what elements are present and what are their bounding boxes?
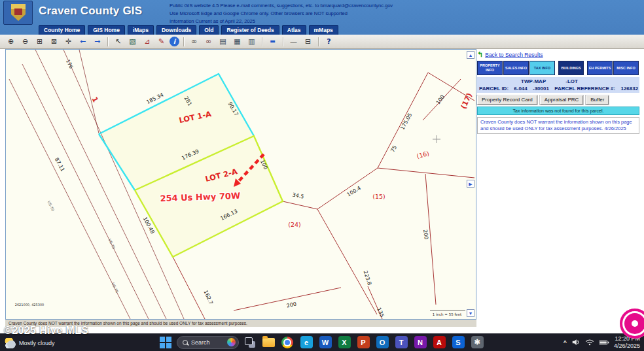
parcel-summary: TWP-MAP -LOT PARCEL ID: 6-044 -30001 PAR… (477, 77, 639, 93)
lot-label: -LOT (565, 78, 578, 84)
taskbar-app-adobe-acrobat[interactable]: A (432, 335, 446, 350)
task-view-button[interactable] (244, 337, 256, 348)
map-pan-right-button[interactable]: ▶ (467, 180, 474, 188)
file-explorer-icon (262, 338, 275, 347)
grid-tool-icon[interactable]: ▦ (231, 36, 243, 47)
taskbar-search[interactable]: Search (177, 336, 239, 349)
weather-label: Mostly cloudy (19, 340, 55, 346)
map-label: US-70 (107, 238, 116, 250)
search-label: Search (191, 339, 224, 346)
zoom-window-tool-icon[interactable]: ⊞ (33, 36, 46, 47)
taskbar-dock: Search eWXPOTNAS✻ (160, 335, 484, 350)
measure-tool-icon[interactable]: ⊿ (141, 36, 153, 47)
taskbar-app-microsoft-store[interactable]: S (451, 335, 465, 350)
map-viewport[interactable]: 185.3428190.17LOT 1-A176.39LOT 2-A100254… (5, 49, 476, 320)
taskbar-apps: eWXPOTNAS✻ (261, 335, 484, 350)
property-record-card-button[interactable]: Property Record Card (477, 95, 537, 105)
appraisal-prc-button[interactable]: Appraisal PRC (540, 95, 583, 105)
map-label: 176 (65, 58, 74, 69)
pan-tool-icon[interactable]: ✛ (62, 36, 75, 47)
parcel-line (173, 257, 205, 319)
search-icon (183, 340, 188, 345)
windows-logo-icon (166, 343, 171, 348)
parcel-line (283, 201, 317, 209)
adobe-acrobat-icon: A (433, 336, 446, 348)
find-tool-icon[interactable]: ∞ (188, 36, 200, 47)
taskbar: Mostly cloudy Search eWXPOTNAS✻ ^ 12:20 … (0, 333, 644, 351)
map-label: 200 (286, 301, 297, 309)
measure-line-tool-icon[interactable]: — (287, 36, 300, 47)
find-address-tool-icon[interactable]: ∞ (202, 36, 215, 47)
forward-tool-icon[interactable]: → (91, 36, 103, 47)
parcel-lot-value: -30001 (533, 86, 549, 92)
parcel-id-label: PARCEL ID: (479, 86, 509, 92)
toolbar: ⊕⊖⊞⊠✛←→↖▧⊿✎i∞∞▤▦▥≡—⊟? (0, 35, 644, 49)
buffer-button[interactable]: Buffer (586, 95, 609, 105)
parcel-line (378, 168, 474, 178)
map-label: 100.4 (346, 185, 362, 197)
map-label: (16) (416, 150, 430, 160)
zoom-out-tool-icon[interactable]: ⊖ (19, 36, 31, 47)
twp-map-label: TWP-MAP (521, 78, 546, 84)
volume-icon[interactable] (571, 339, 581, 346)
teams-icon: T (395, 336, 408, 348)
identify-tool-icon[interactable]: i (170, 37, 179, 46)
toolbar-separator (107, 37, 108, 46)
attribute-table-tool-icon[interactable]: ▤ (217, 36, 229, 47)
select-area-tool-icon[interactable]: ▧ (126, 36, 139, 47)
taskbar-app-onenote[interactable]: N (413, 335, 427, 350)
network-icon[interactable] (585, 339, 594, 346)
print-tool-icon[interactable]: ⊟ (302, 36, 314, 47)
taskbar-app-settings[interactable]: ✻ (470, 335, 484, 350)
zoom-in-tool-icon[interactable]: ⊕ (5, 36, 17, 47)
tab-property-info[interactable]: PROPERTY INFO (477, 61, 503, 75)
taskbar-app-excel[interactable]: X (337, 335, 351, 350)
taskbar-weather-widget[interactable]: Mostly cloudy (5, 338, 55, 348)
taskbar-app-powerpoint[interactable]: P (356, 335, 370, 350)
grid-cross-icon (433, 135, 440, 143)
taskbar-app-chrome[interactable] (280, 335, 295, 350)
taskbar-app-teams[interactable]: T (394, 335, 408, 350)
hidden-icons-icon[interactable]: ^ (564, 339, 567, 346)
zoom-full-extent-tool-icon[interactable]: ⊠ (48, 36, 60, 47)
start-button[interactable] (160, 337, 171, 348)
map-pan-down-button[interactable]: ▼ (467, 309, 474, 317)
tab-misc-info[interactable]: MISC INFO (613, 61, 639, 75)
map-pan-up-button[interactable]: ▲ (467, 51, 474, 59)
map-label: 162.7 (203, 290, 215, 306)
map-label: 75 (389, 144, 398, 153)
tab-buildings[interactable]: BUILDINGS (558, 61, 584, 75)
windows-logo-icon (160, 337, 165, 342)
select-pointer-tool-icon[interactable]: ↖ (112, 36, 124, 47)
map-label: 2621000, 425300 (15, 303, 45, 307)
map-label: (24) (288, 221, 301, 228)
parcel-line (317, 209, 377, 314)
road-line (22, 64, 149, 319)
help-tool-icon[interactable]: ? (323, 36, 335, 47)
microsoft-store-icon: S (452, 336, 465, 348)
tab-sales-info[interactable]: SALES INFO (503, 61, 529, 75)
battery-icon[interactable] (599, 339, 609, 346)
back-to-search-link[interactable]: Back to Search Results (485, 52, 543, 58)
taskbar-app-word[interactable]: W (318, 335, 332, 350)
taskbar-app-edge[interactable]: e (299, 335, 313, 350)
weather-icon (5, 338, 16, 348)
search-highlights-icon (227, 338, 236, 346)
taskbar-app-outlook[interactable]: O (375, 335, 389, 350)
toolbar-separator (183, 37, 184, 46)
markup-tool-icon[interactable]: ✎ (155, 36, 168, 47)
parcel-ref-label: PARCEL REFERENCE #: (554, 86, 615, 92)
panel-actions: Property Record CardAppraisal PRCBuffer (477, 95, 639, 105)
toolbar-separator (283, 37, 283, 46)
layer-list-tool-icon[interactable]: ≡ (266, 36, 279, 47)
clock-date: 4/26/2025 (614, 343, 640, 350)
tab-eh-permits[interactable]: EH PERMITS (587, 61, 613, 75)
back-tool-icon[interactable]: ← (77, 36, 89, 47)
edge-icon: e (300, 336, 313, 348)
panel-disclaimer: Craven County does NOT warrant the infor… (477, 117, 639, 134)
tab-tax-info[interactable]: TAX INFO (529, 61, 555, 75)
data-table-tool-icon[interactable]: ▥ (245, 36, 258, 47)
taskbar-app-file-explorer[interactable] (261, 335, 276, 350)
parcel-ref-value: 126832 (620, 86, 638, 92)
map-label: 135 (376, 307, 385, 318)
